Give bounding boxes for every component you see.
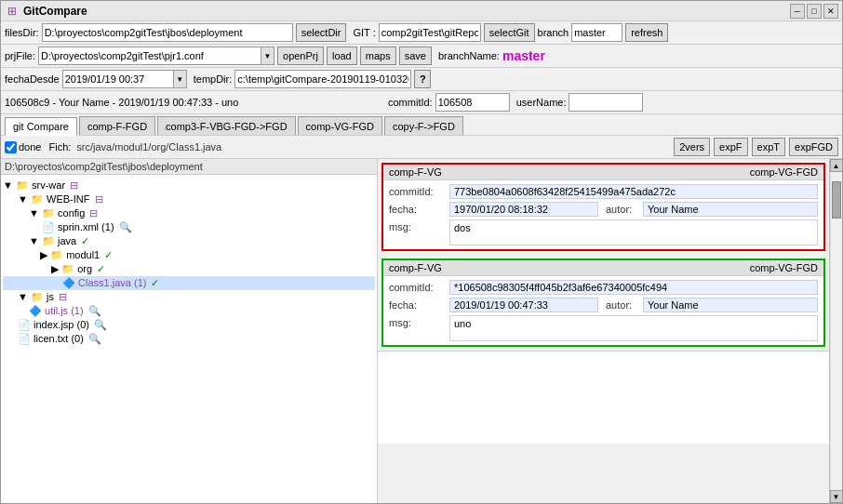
- list-item[interactable]: ▼ 📁 config ⊟: [3, 206, 375, 220]
- commit-card-2-header: comp-F-VG comp-VG-FGD: [383, 260, 823, 276]
- git-input[interactable]: [379, 23, 481, 42]
- msg-row-label-1: msg:: [389, 219, 449, 232]
- autor-row-label-1: autor:: [606, 204, 643, 215]
- autor-row-label-2: autor:: [606, 299, 643, 311]
- branch-input[interactable]: [571, 23, 622, 42]
- fechadesde-dropdown-arrow[interactable]: ▼: [174, 70, 187, 88]
- save-button[interactable]: save: [399, 46, 432, 65]
- tab-comp3-f-vbg[interactable]: comp3-F-VBG-FGD->FGD: [157, 116, 295, 135]
- selectdir-button[interactable]: selectDir: [296, 23, 347, 42]
- commitid-input[interactable]: [435, 93, 510, 112]
- tempdir-label: tempDir:: [194, 73, 233, 85]
- commit-display: 106508c9 - Your Name - 2019/01/19 00:47:…: [5, 97, 381, 108]
- fechadesde-input[interactable]: [62, 70, 174, 88]
- scroll-up-button[interactable]: ▲: [830, 159, 843, 172]
- commit-row-fecha-2: fecha: 2019/01/19 00:47:33 autor: Your N…: [389, 298, 818, 312]
- expand-icon: ▼: [18, 193, 28, 205]
- git-label: GIT :: [353, 27, 375, 38]
- list-item[interactable]: ▼ 📁 WEB-INF ⊟: [3, 192, 375, 206]
- maps-button[interactable]: maps: [360, 46, 396, 65]
- tab-comp-vg-fgd[interactable]: comp-VG-FGD: [298, 116, 382, 135]
- commit-card-2-right: comp-VG-FGD: [750, 262, 818, 273]
- commit-card-1-body: commitId: 773be0804a0608f63428f25415499a…: [383, 180, 823, 249]
- commits-area: comp-F-VG comp-VG-FGD commitId: 773be080…: [378, 159, 829, 503]
- commitid-row-label-2: commitId:: [389, 282, 449, 293]
- scroll-down-button[interactable]: ▼: [830, 490, 843, 503]
- list-item[interactable]: 📄 licen.txt (0) 🔍: [3, 332, 375, 346]
- main-content: D:\proyectos\comp2gitTest\jbos\deploymen…: [1, 159, 842, 503]
- list-item[interactable]: 🔷 Class1.java (1) ✓: [3, 276, 375, 290]
- commit-row-id-2: commitId: *106508c98305f4ff045b2f3af6e67…: [389, 280, 818, 295]
- window-controls: ─ □ ✕: [790, 4, 838, 19]
- commitid-row-label-1: commitId:: [389, 186, 449, 197]
- question-button[interactable]: ?: [414, 70, 431, 88]
- list-item[interactable]: 📄 sprin.xml (1) 🔍: [3, 220, 375, 234]
- tree-header: D:\proyectos\comp2gitTest\jbos\deploymen…: [1, 159, 377, 175]
- scrollbar-track: [831, 172, 842, 490]
- commit-card-2-left: comp-F-VG: [389, 262, 442, 273]
- username-input[interactable]: [569, 93, 643, 112]
- tempdir-input[interactable]: [234, 70, 411, 88]
- title-bar: ⊞ GitCompare ─ □ ✕: [1, 1, 842, 21]
- commit-card-1-header: comp-F-VG comp-VG-FGD: [383, 165, 823, 180]
- file-icon: 📄: [42, 221, 55, 232]
- openprj-button[interactable]: openPrj: [277, 46, 324, 65]
- tabs-row: git Compare comp-F-FGD comp3-F-VBG-FGD->…: [1, 114, 842, 136]
- main-window: ⊞ GitCompare ─ □ ✕ filesDir: selectDir G…: [0, 0, 843, 504]
- prjfile-dropdown-arrow[interactable]: ▼: [261, 46, 274, 65]
- expt-button[interactable]: expT: [752, 138, 785, 156]
- expfgd-button[interactable]: expFGD: [789, 138, 838, 156]
- msg-row-label-2: msg:: [389, 315, 449, 328]
- folder-icon: 📁: [61, 263, 74, 274]
- msg-row-value-2: uno: [449, 315, 818, 341]
- fechadesde-label: fechaDesde: [5, 73, 60, 85]
- toolbar-row-1: filesDir: selectDir GIT : selectGit bran…: [1, 21, 842, 45]
- fich-label: Fich:: [48, 141, 71, 153]
- class-icon: 🔷: [29, 305, 42, 316]
- scrollbar-thumb[interactable]: [832, 181, 841, 219]
- list-item[interactable]: ▼ 📁 srv-war ⊟: [3, 179, 375, 192]
- prjfile-label: prjFile:: [5, 50, 35, 61]
- fecha-row-value-2: 2019/01/19 00:47:33: [449, 298, 598, 312]
- commit-card-1: comp-F-VG comp-VG-FGD commitId: 773be080…: [381, 163, 825, 251]
- maximize-button[interactable]: □: [807, 4, 822, 19]
- branchname-value: master: [502, 48, 545, 63]
- expand-icon: ▼: [3, 179, 13, 191]
- expf-button[interactable]: expF: [714, 138, 747, 156]
- toolbar-row-4: 106508c9 - Your Name - 2019/01/19 00:47:…: [1, 91, 842, 114]
- list-item[interactable]: 🔷 util.js (1) 🔍: [3, 304, 375, 318]
- folder-icon: 📁: [42, 235, 55, 246]
- list-item[interactable]: ▶ 📁 org ✓: [3, 262, 375, 276]
- fecha-row-label-2: fecha:: [389, 299, 449, 311]
- list-item[interactable]: ▼ 📁 java ✓: [3, 234, 375, 248]
- left-panel: D:\proyectos\comp2gitTest\jbos\deploymen…: [1, 159, 378, 503]
- status-row: done Fich: src/java/modul1/org/Class1.ja…: [1, 136, 842, 159]
- commit-row-fecha-1: fecha: 1970/01/20 08:18:32 autor: Your N…: [389, 202, 818, 217]
- expand-icon: ▼: [29, 235, 39, 246]
- list-item[interactable]: 📄 index.jsp (0) 🔍: [3, 318, 375, 332]
- commitid-label: commitId:: [388, 97, 433, 108]
- close-button[interactable]: ✕: [823, 4, 838, 19]
- commit-card-2: comp-F-VG comp-VG-FGD commitId: *106508c…: [381, 259, 825, 347]
- filesdir-input[interactable]: [42, 23, 293, 42]
- done-checkbox[interactable]: [5, 141, 17, 153]
- load-button[interactable]: load: [327, 46, 357, 65]
- list-item[interactable]: ▶ 📁 modul1 ✓: [3, 248, 375, 262]
- minimize-button[interactable]: ─: [790, 4, 805, 19]
- done-checkbox-label[interactable]: done: [5, 141, 41, 153]
- right-scrollbar: ▲ ▼: [829, 159, 842, 503]
- selectgit-button[interactable]: selectGit: [484, 23, 535, 42]
- fich-value: src/java/modul1/org/Class1.java: [76, 141, 221, 153]
- toolbar-row-2: prjFile: ▼ openPrj load maps save branch…: [1, 45, 842, 68]
- list-item[interactable]: ▼ 📁 js ⊟: [3, 290, 375, 304]
- tab-git-compare[interactable]: git Compare: [5, 117, 77, 136]
- refresh-button[interactable]: refresh: [625, 23, 668, 42]
- branchname-label: branchName:: [438, 50, 500, 61]
- prjfile-input[interactable]: [38, 46, 261, 65]
- expand-icon: ▼: [18, 291, 28, 302]
- tab-comp-f-fgd[interactable]: comp-F-FGD: [79, 116, 155, 135]
- tab-copy-f-fgd[interactable]: copy-F->FGD: [384, 116, 463, 135]
- autor-row-value-1: Your Name: [643, 202, 818, 217]
- vers-button[interactable]: 2vers: [674, 138, 710, 156]
- file-icon: 📄: [18, 333, 31, 344]
